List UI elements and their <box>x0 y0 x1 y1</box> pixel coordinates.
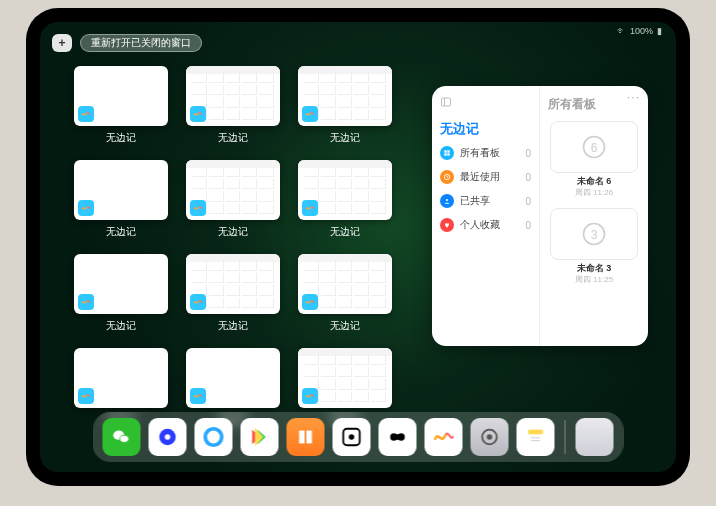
status-bar: ᯤ 100% ▮ <box>617 26 662 36</box>
board-item[interactable]: 6未命名 6周四 11:26 <box>550 121 638 198</box>
sidebar-item-grid[interactable]: 所有看板0 <box>440 146 531 160</box>
svg-point-13 <box>120 435 129 442</box>
ipad-frame: ᯤ 100% ▮ + 重新打开已关闭的窗口 无边记无边记无边记无边记无边记无边记… <box>26 8 690 486</box>
freeform-app-icon <box>78 106 94 122</box>
window-thumbnail[interactable]: 无边记 <box>74 66 168 150</box>
sidebar-item-clock[interactable]: 最近使用0 <box>440 170 531 184</box>
window-label: 无边记 <box>106 319 136 333</box>
sidebar-item-label: 最近使用 <box>460 170 500 184</box>
sidebar-item-count: 0 <box>525 148 531 159</box>
wifi-icon: ᯤ <box>617 26 626 36</box>
sidebar-item-heart[interactable]: 个人收藏0 <box>440 218 531 232</box>
board-thumbnail[interactable]: 6 <box>550 121 638 173</box>
freeform-app-icon <box>190 106 206 122</box>
dock-quark-icon[interactable] <box>195 418 233 456</box>
freeform-app-icon <box>302 294 318 310</box>
freeform-app-icon <box>78 388 94 404</box>
window-label: 无边记 <box>330 319 360 333</box>
window-label: 无边记 <box>106 225 136 239</box>
sidebar-item-count: 0 <box>525 196 531 207</box>
window-thumbnail[interactable]: 无边记 <box>298 66 392 150</box>
sidebar-item-label: 个人收藏 <box>460 218 500 232</box>
heart-icon <box>440 218 454 232</box>
people-icon <box>440 194 454 208</box>
dock-play-icon[interactable] <box>241 418 279 456</box>
board-time: 周四 11:26 <box>550 187 638 198</box>
battery-icon: ▮ <box>657 26 662 36</box>
sidebar-item-people[interactable]: 已共享0 <box>440 194 531 208</box>
dock-wechat-icon[interactable] <box>103 418 141 456</box>
svg-text:6: 6 <box>591 141 598 155</box>
board-name: 未命名 3 <box>550 264 638 274</box>
panel-title: 无边记 <box>440 120 531 138</box>
freeform-app-icon <box>190 388 206 404</box>
svg-rect-5 <box>447 153 449 155</box>
sidebar-item-count: 0 <box>525 172 531 183</box>
window-label: 无边记 <box>330 131 360 145</box>
grid-icon <box>440 146 454 160</box>
window-thumbnail[interactable]: 无边记 <box>298 160 392 244</box>
window-thumbnail[interactable]: 无边记 <box>298 254 392 338</box>
window-label: 无边记 <box>218 319 248 333</box>
svg-rect-21 <box>394 434 401 440</box>
window-label: 无边记 <box>218 131 248 145</box>
sidebar-item-label: 所有看板 <box>460 146 500 160</box>
svg-text:3: 3 <box>591 227 598 241</box>
dock-books-icon[interactable] <box>287 418 325 456</box>
freeform-app-icon <box>78 294 94 310</box>
svg-rect-4 <box>444 153 446 155</box>
freeform-app-icon <box>190 294 206 310</box>
freeform-app-icon <box>302 388 318 404</box>
svg-point-7 <box>446 199 448 201</box>
dock <box>93 412 624 462</box>
window-switcher-grid: 无边记无边记无边记无边记无边记无边记无边记无边记无边记无边记无边记无边记 <box>74 66 404 432</box>
reopen-closed-window-button[interactable]: 重新打开已关闭的窗口 <box>80 34 202 52</box>
dock-recents-icon[interactable] <box>576 418 614 456</box>
svg-rect-25 <box>528 430 543 435</box>
svg-point-18 <box>349 434 355 440</box>
board-name: 未命名 6 <box>550 177 638 187</box>
more-icon[interactable]: ··· <box>627 90 640 104</box>
window-thumbnail[interactable]: 无边记 <box>186 66 280 150</box>
dock-qqmusic-icon[interactable] <box>149 418 187 456</box>
freeform-app-icon <box>78 200 94 216</box>
panel-sidebar: 无边记 所有看板0最近使用0已共享0个人收藏0 <box>432 86 540 346</box>
freeform-panel: ··· 无边记 所有看板0最近使用0已共享0个人收藏0 所有看板 6未命名 6周… <box>432 86 648 346</box>
window-thumbnail[interactable]: 无边记 <box>186 160 280 244</box>
dock-separator <box>565 420 566 454</box>
sidebar-item-label: 已共享 <box>460 194 490 208</box>
board-time: 周四 11:25 <box>550 274 638 285</box>
sidebar-toggle-icon[interactable] <box>440 96 452 108</box>
freeform-app-icon <box>190 200 206 216</box>
window-thumbnail[interactable]: 无边记 <box>74 254 168 338</box>
freeform-app-icon <box>302 106 318 122</box>
window-thumbnail[interactable]: 无边记 <box>186 254 280 338</box>
svg-rect-0 <box>442 98 451 106</box>
sidebar-item-count: 0 <box>525 220 531 231</box>
freeform-app-icon <box>302 200 318 216</box>
dock-settings-icon[interactable] <box>471 418 509 456</box>
svg-point-15 <box>165 434 171 440</box>
window-label: 无边记 <box>330 225 360 239</box>
window-label: 无边记 <box>218 225 248 239</box>
window-label: 无边记 <box>106 131 136 145</box>
new-window-button[interactable]: + <box>52 34 72 52</box>
board-item[interactable]: 3未命名 3周四 11:25 <box>550 208 638 285</box>
svg-rect-3 <box>447 150 449 152</box>
board-thumbnail[interactable]: 3 <box>550 208 638 260</box>
battery-text: 100% <box>630 26 653 36</box>
clock-icon <box>440 170 454 184</box>
dock-controller-icon[interactable] <box>379 418 417 456</box>
svg-rect-2 <box>444 150 446 152</box>
panel-content: 所有看板 6未命名 6周四 11:263未命名 3周四 11:25 <box>540 86 648 346</box>
top-controls: + 重新打开已关闭的窗口 <box>52 34 202 52</box>
screen: ᯤ 100% ▮ + 重新打开已关闭的窗口 无边记无边记无边记无边记无边记无边记… <box>40 22 676 472</box>
dock-notes-icon[interactable] <box>517 418 555 456</box>
svg-point-16 <box>205 429 222 446</box>
dock-freeform-icon[interactable] <box>425 418 463 456</box>
dock-dots-icon[interactable] <box>333 418 371 456</box>
svg-point-23 <box>487 434 493 440</box>
window-thumbnail[interactable]: 无边记 <box>74 160 168 244</box>
